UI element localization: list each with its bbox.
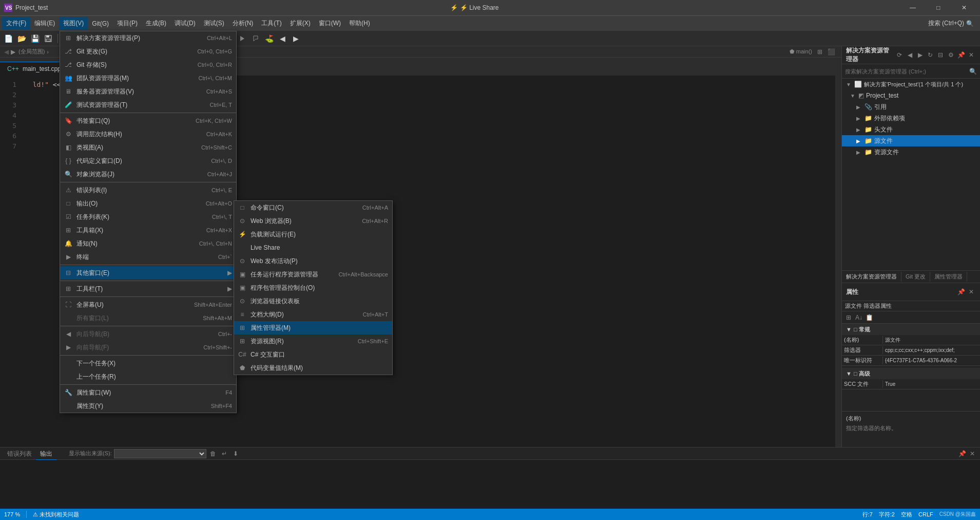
props-pin[interactable]: 📌	[956, 287, 966, 296]
vm-code-def[interactable]: { } 代码定义窗口(D) Ctrl+\, D	[60, 154, 236, 168]
vm-output[interactable]: □ 输出(O) Ctrl+Alt+O	[60, 197, 236, 210]
menu-item-tools[interactable]: 工具(T)	[257, 17, 285, 30]
live-share-area[interactable]: ⚡ ⚡ Live Share	[445, 0, 504, 15]
tree-header-files[interactable]: ▶ 📁 头文件	[842, 124, 980, 135]
menu-item-test[interactable]: 测试(S)	[200, 17, 228, 30]
sub-load-test[interactable]: ⚡ 负载测试运行(E)	[234, 228, 392, 241]
sub-live-share[interactable]: Live Share	[234, 241, 392, 254]
status-encoding[interactable]: CRLF	[918, 511, 933, 517]
sol-close[interactable]: ✕	[967, 50, 976, 60]
sub-doc-outline[interactable]: ≡ 文档大纲(D) Ctrl+Alt+T	[234, 308, 392, 321]
tree-external-deps[interactable]: ▶ 📁 外部依赖项	[842, 113, 980, 124]
menu-item-extensions[interactable]: 扩展(X)	[286, 17, 315, 30]
vm-call-hierarchy[interactable]: ⚙ 调用层次结构(H) Ctrl+Alt+K	[60, 127, 236, 141]
output-clear[interactable]: 🗑	[208, 449, 218, 458]
sub-code-var-results[interactable]: ⬟ 代码变量值结果(M)	[234, 361, 392, 375]
menu-item-edit[interactable]: 编辑(E)	[30, 17, 59, 30]
tree-resource-files[interactable]: ▶ 📁 资源文件	[842, 146, 980, 158]
menu-item-file[interactable]: 文件(F)	[2, 17, 30, 30]
output-pin[interactable]: 📌	[957, 449, 967, 458]
panel-tab-solution[interactable]: 解决方案资源管理器	[842, 272, 901, 282]
sol-action-1[interactable]: ⟳	[895, 50, 904, 60]
tree-solution-root[interactable]: ▼ ⬜ 解决方案'Project_test'(1 个项目/共 1 个)	[842, 79, 980, 90]
tab-errors[interactable]: 错误列表	[3, 448, 36, 460]
toolbar-btn-7[interactable]: ⛳	[263, 33, 275, 44]
solution-search-input[interactable]	[845, 68, 969, 75]
sol-pin[interactable]: 📌	[956, 50, 966, 60]
editor-split[interactable]: ⊞	[815, 48, 824, 55]
sub-csharp-interactive[interactable]: C# C# 交互窗口	[234, 348, 392, 361]
editor-maximize[interactable]: ⬛	[825, 48, 837, 55]
vm-properties-window[interactable]: 🔧 属性窗口(W) F4	[60, 386, 236, 399]
sol-action-2[interactable]: ◀	[905, 50, 914, 60]
restore-button[interactable]: □	[927, 0, 950, 15]
output-wrap[interactable]: ↵	[220, 449, 229, 458]
status-zoom[interactable]: 177 %	[4, 511, 20, 517]
props-pages-icon[interactable]: 📋	[864, 313, 874, 322]
vm-team-explorer[interactable]: 👥 团队资源管理器(M) Ctrl+\, Ctrl+M	[60, 71, 236, 85]
sol-action-settings[interactable]: ⚙	[946, 50, 955, 60]
vm-error-list[interactable]: ⚠ 错误列表(I) Ctrl+\, E	[60, 183, 236, 197]
vm-git-stash[interactable]: ⎇ Git 存储(S) Ctrl+0, Ctrl+R	[60, 58, 236, 71]
vm-task-list[interactable]: ☑ 任务列表(K) Ctrl+\, T	[60, 210, 236, 224]
status-problems[interactable]: ⚠ 未找到相关问题	[33, 511, 79, 518]
search-box[interactable]: 搜索 (Ctrl+Q) 🔍	[924, 17, 978, 30]
sub-resource-view[interactable]: ⊞ 资源视图(R) Ctrl+Shift+E	[234, 335, 392, 348]
vm-prev-task[interactable]: 上一个任务(R)	[60, 370, 236, 383]
menu-item-help[interactable]: 帮助(H)	[345, 17, 374, 30]
output-scroll[interactable]: ⬇	[231, 449, 240, 458]
vm-toolbox[interactable]: ⊞ 工具箱(X) Ctrl+Alt+X	[60, 224, 236, 237]
menu-item-window[interactable]: 窗口(W)	[315, 17, 345, 30]
vm-property-pages[interactable]: 属性页(Y) Shift+F4	[60, 399, 236, 413]
vm-object-browser[interactable]: 🔍 对象浏览器(J) Ctrl+Alt+J	[60, 168, 236, 181]
toolbar-btn-9[interactable]: ▶	[290, 33, 302, 44]
scrollbar-vertical[interactable]	[835, 76, 841, 447]
status-line[interactable]: 行:7	[862, 511, 873, 518]
output-close[interactable]: ✕	[968, 449, 977, 458]
sol-action-3[interactable]: ▶	[915, 50, 925, 60]
vm-notifications[interactable]: 🔔 通知(N) Ctrl+\, Ctrl+N	[60, 237, 236, 250]
sol-action-filter[interactable]: ⊟	[936, 50, 945, 60]
vm-other-windows[interactable]: ⊟ 其他窗口(E) ▶	[60, 266, 236, 280]
sub-command-window[interactable]: □ 命令窗口(C) Ctrl+Alt+A	[234, 201, 392, 214]
close-button[interactable]: ✕	[952, 0, 976, 15]
menu-item-view[interactable]: 视图(V)	[59, 17, 88, 30]
props-section-advanced[interactable]: ▼ □ 高级	[842, 368, 980, 379]
vm-toolbar-menu[interactable]: ⊞ 工具栏(T) ▶	[60, 282, 236, 295]
vm-solution-explorer[interactable]: ⊞ 解决方案资源管理器(P) Ctrl+Alt+L	[60, 31, 236, 45]
tree-project[interactable]: ▼ ◩ Project_test	[842, 90, 980, 101]
sub-task-runner[interactable]: ▣ 任务运行程序资源管理器 Ctrl+Alt+Backsapce	[234, 268, 392, 281]
vm-test-explorer[interactable]: 🧪 测试资源管理器(T) Ctrl+E, T	[60, 98, 236, 112]
status-char[interactable]: 字符:2	[879, 511, 895, 518]
sub-package-manager[interactable]: ▣ 程序包管理器控制台(O)	[234, 281, 392, 294]
tab-output[interactable]: 输出	[36, 448, 56, 460]
props-categorized-icon[interactable]: ⊞	[844, 313, 853, 322]
sub-browser-link[interactable]: ⊙ 浏览器链接仪表板	[234, 294, 392, 308]
sub-web-browser[interactable]: ⊙ Web 浏览器(B) Ctrl+Alt+R	[234, 214, 392, 228]
props-alphabetical-icon[interactable]: A↓	[854, 313, 863, 322]
toolbar-btn-5[interactable]	[236, 33, 248, 44]
vm-terminal[interactable]: ▶ 终端 Ctrl+`	[60, 250, 236, 264]
status-space[interactable]: 空格	[901, 511, 912, 518]
panel-tab-git[interactable]: Git 更改	[901, 272, 930, 282]
minimize-button[interactable]: —	[901, 0, 925, 15]
sol-action-refresh[interactable]: ↻	[926, 50, 935, 60]
panel-tab-props-mgr[interactable]: 属性管理器	[930, 272, 967, 282]
menu-item-build[interactable]: 生成(B)	[142, 17, 170, 30]
sub-property-manager[interactable]: ⊞ 属性管理器(M)	[234, 321, 392, 335]
vm-server-explorer[interactable]: 🖥 服务器资源管理器(V) Ctrl+Alt+S	[60, 85, 236, 98]
toolbar-btn-8[interactable]: ◀	[276, 33, 289, 44]
menu-item-debug[interactable]: 调试(D)	[170, 17, 200, 30]
menu-item-project[interactable]: 项目(P)	[113, 17, 142, 30]
tree-source-files[interactable]: ▶ 📁 源文件	[842, 135, 980, 146]
props-section-general[interactable]: ▼ □ 常规	[842, 324, 980, 335]
vm-fullscreen[interactable]: ⛶ 全屏幕(U) Shift+Alt+Enter	[60, 298, 236, 311]
vm-git-changes[interactable]: ⎇ Git 更改(G) Ctrl+0, Ctrl+G	[60, 45, 236, 58]
vm-next-task[interactable]: 下一个任务(X)	[60, 357, 236, 370]
props-close[interactable]: ✕	[967, 287, 976, 296]
output-source-select[interactable]	[114, 449, 206, 458]
vm-class-view[interactable]: ◧ 类视图(A) Ctrl+Shift+C	[60, 141, 236, 154]
menu-item-git[interactable]: Git(G)	[88, 18, 113, 29]
tree-references[interactable]: ▶ 📎 引用	[842, 101, 980, 113]
vm-bookmarks[interactable]: 🔖 书签窗口(Q) Ctrl+K, Ctrl+W	[60, 114, 236, 127]
